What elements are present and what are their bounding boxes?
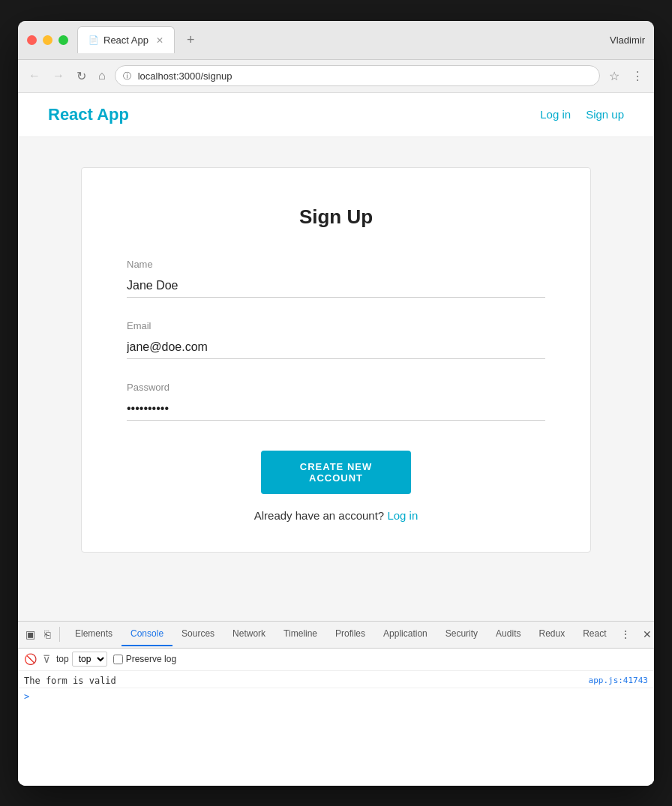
- signup-form: Name Email Password CREATE NEW ACCOUNT: [127, 259, 545, 494]
- user-name: Vladimir: [610, 34, 645, 46]
- tab-react[interactable]: React: [574, 622, 615, 646]
- signup-card: Sign Up Name Email Password CREATE N: [81, 167, 591, 553]
- tab-application[interactable]: Application: [374, 622, 436, 646]
- devtools-tab-bar: ▣ ⎗ Elements Console Sources Network Tim…: [18, 622, 654, 649]
- login-link[interactable]: Log in: [387, 509, 418, 522]
- url-bar[interactable]: ⓘ localhost:3000/signup: [115, 65, 600, 86]
- tab-title: React App: [104, 34, 148, 46]
- console-source[interactable]: app.js:41743: [589, 676, 648, 685]
- tab-audits[interactable]: Audits: [487, 622, 530, 646]
- active-tab[interactable]: 📄 React App ✕: [77, 26, 175, 53]
- email-group: Email: [127, 320, 545, 359]
- console-entry: The form is valid app.js:41743: [18, 674, 654, 688]
- name-label: Name: [127, 259, 545, 270]
- password-label: Password: [127, 382, 545, 393]
- home-button[interactable]: ⌂: [95, 66, 109, 85]
- preserve-log-checkbox[interactable]: [113, 655, 123, 664]
- devtools-toolbar: 🚫 ⊽ top top Preserve log: [18, 649, 654, 671]
- refresh-button[interactable]: ↻: [74, 66, 89, 86]
- login-nav-link[interactable]: Log in: [540, 108, 571, 121]
- password-group: Password: [127, 382, 545, 421]
- url-text: localhost:3000/signup: [138, 70, 232, 82]
- app-logo[interactable]: React App: [48, 105, 129, 124]
- clear-console-icon[interactable]: 🚫: [24, 653, 37, 665]
- back-button[interactable]: ←: [26, 66, 44, 85]
- tab-network[interactable]: Network: [224, 622, 274, 646]
- header-nav: Log in Sign up: [540, 108, 624, 121]
- address-bar: ← → ↻ ⌂ ⓘ localhost:3000/signup ☆ ⋮: [18, 60, 654, 93]
- minimize-button[interactable]: [43, 35, 52, 45]
- context-dropdown[interactable]: top: [72, 652, 107, 667]
- name-group: Name: [127, 259, 545, 298]
- inspect-element-icon[interactable]: ▣: [22, 627, 38, 642]
- maximize-button[interactable]: [58, 35, 68, 45]
- tab-profiles[interactable]: Profiles: [326, 622, 374, 646]
- signup-nav-link[interactable]: Sign up: [586, 108, 624, 121]
- email-input[interactable]: [127, 336, 545, 359]
- bookmark-icon[interactable]: ☆: [606, 66, 622, 86]
- context-value: top: [56, 654, 69, 664]
- page-body: Sign Up Name Email Password CREATE N: [18, 137, 654, 621]
- tab-elements[interactable]: Elements: [66, 622, 122, 646]
- login-prompt-label: Already have an account?: [254, 509, 384, 522]
- email-label: Email: [127, 320, 545, 331]
- window-controls: [27, 35, 68, 45]
- devtools-console: The form is valid app.js:41743 >: [18, 671, 654, 786]
- close-button[interactable]: [27, 35, 37, 45]
- devtools-actions: ⋮ ✕: [616, 627, 654, 642]
- context-select: top top: [56, 652, 107, 667]
- devtools-panel: ▣ ⎗ Elements Console Sources Network Tim…: [18, 621, 654, 786]
- name-input[interactable]: [127, 274, 545, 298]
- new-tab-button[interactable]: +: [181, 29, 201, 51]
- create-account-button[interactable]: CREATE NEW ACCOUNT: [261, 451, 411, 494]
- tab-close-icon[interactable]: ✕: [156, 35, 164, 46]
- browser-window: 📄 React App ✕ + Vladimir ← → ↻ ⌂ ⓘ local…: [18, 21, 654, 786]
- tab-console[interactable]: Console: [122, 622, 172, 646]
- preserve-log-text: Preserve log: [126, 654, 176, 664]
- devtools-icon-group: ▣ ⎗: [22, 627, 60, 642]
- title-bar: 📄 React App ✕ + Vladimir: [18, 21, 654, 60]
- preserve-log-label[interactable]: Preserve log: [113, 654, 176, 664]
- login-prompt-text: Already have an account? Log in: [127, 509, 545, 522]
- tab-redux[interactable]: Redux: [530, 622, 574, 646]
- menu-icon[interactable]: ⋮: [628, 66, 646, 86]
- lock-icon: ⓘ: [123, 70, 131, 82]
- app-header: React App Log in Sign up: [18, 93, 654, 137]
- console-caret-icon: >: [24, 691, 29, 702]
- console-prompt[interactable]: >: [18, 688, 654, 705]
- tab-security[interactable]: Security: [436, 622, 487, 646]
- console-text: The form is valid: [24, 676, 116, 686]
- tab-bar: 📄 React App ✕ +: [77, 26, 610, 53]
- devtools-more-icon[interactable]: ⋮: [616, 627, 635, 642]
- devtools-close-icon[interactable]: ✕: [638, 627, 654, 642]
- app-content: React App Log in Sign up Sign Up Name Em…: [18, 93, 654, 621]
- device-mode-icon[interactable]: ⎗: [41, 627, 53, 642]
- tab-favicon-icon: 📄: [88, 35, 99, 45]
- forward-button[interactable]: →: [50, 66, 68, 85]
- password-input[interactable]: [127, 397, 545, 421]
- signup-title: Sign Up: [127, 205, 545, 229]
- tab-sources[interactable]: Sources: [172, 622, 224, 646]
- tab-timeline[interactable]: Timeline: [274, 622, 326, 646]
- filter-icon[interactable]: ⊽: [43, 653, 50, 665]
